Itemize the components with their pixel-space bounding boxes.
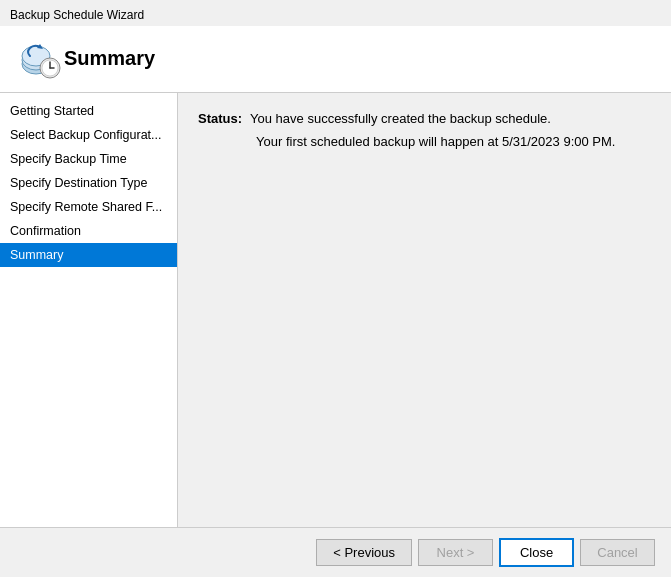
sidebar-item-specify-backup-time[interactable]: Specify Backup Time	[0, 147, 177, 171]
sidebar-item-summary[interactable]: Summary	[0, 243, 177, 267]
sidebar-item-specify-remote-shared[interactable]: Specify Remote Shared F...	[0, 195, 177, 219]
backup-icon	[16, 34, 64, 82]
footer: < Previous Next > Close Cancel	[0, 527, 671, 577]
header-title: Summary	[64, 47, 155, 70]
sidebar-item-specify-destination-type[interactable]: Specify Destination Type	[0, 171, 177, 195]
close-button[interactable]: Close	[499, 538, 574, 567]
info-text: Your first scheduled backup will happen …	[256, 134, 651, 149]
content-area: Status: You have successfully created th…	[178, 93, 671, 527]
previous-button[interactable]: < Previous	[316, 539, 412, 566]
header-section: Summary	[0, 26, 671, 93]
wizard-window: Backup Schedule Wizard Summary Getting S…	[0, 0, 671, 577]
status-label: Status:	[198, 111, 242, 126]
sidebar-item-confirmation[interactable]: Confirmation	[0, 219, 177, 243]
sidebar-item-select-backup-config[interactable]: Select Backup Configurat...	[0, 123, 177, 147]
status-row: Status: You have successfully created th…	[198, 111, 651, 126]
title-bar: Backup Schedule Wizard	[0, 0, 671, 26]
sidebar-item-getting-started[interactable]: Getting Started	[0, 99, 177, 123]
status-text: You have successfully created the backup…	[250, 111, 551, 126]
cancel-button: Cancel	[580, 539, 655, 566]
next-button: Next >	[418, 539, 493, 566]
title-bar-label: Backup Schedule Wizard	[10, 8, 144, 22]
main-content: Getting Started Select Backup Configurat…	[0, 93, 671, 527]
sidebar: Getting Started Select Backup Configurat…	[0, 93, 178, 527]
